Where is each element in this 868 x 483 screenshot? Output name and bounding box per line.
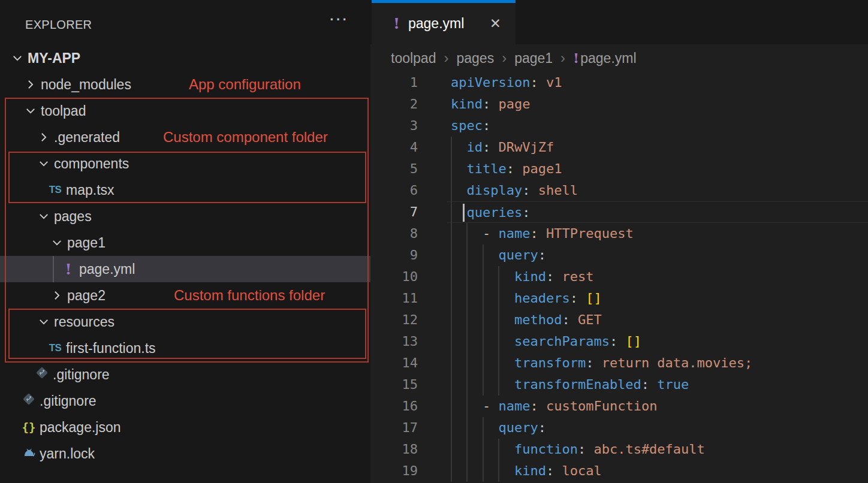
code-line-14[interactable]: 14transform: return data.movies;: [370, 352, 868, 374]
tree-item-map-tsx[interactable]: TSmap.tsx: [0, 177, 370, 203]
line-number: 19: [370, 460, 447, 482]
indent-guide: [466, 266, 482, 288]
code-line-6[interactable]: 6display: shell: [370, 180, 868, 201]
code-line-13[interactable]: 13searchParams: []: [370, 331, 868, 352]
token: query: [498, 420, 538, 435]
indent-guide: [498, 309, 514, 331]
code-line-content[interactable]: function: abc.ts#default: [447, 439, 868, 460]
code-line-content[interactable]: transform: return data.movies;: [447, 352, 868, 374]
code-line-10[interactable]: 10kind: rest: [370, 266, 868, 288]
code-line-content[interactable]: searchParams: []: [447, 331, 868, 352]
code-line-12[interactable]: 12method: GET: [370, 309, 868, 331]
tree-item-label: package.json: [40, 419, 121, 436]
code-line-8[interactable]: 8- name: HTTPrequest: [370, 223, 868, 244]
annotation-text: Custom functions folder: [174, 282, 325, 309]
indent-guide: [483, 439, 498, 460]
code-line-content[interactable]: kind: rest: [447, 266, 868, 288]
code-line-16[interactable]: 16- name: customFunction: [370, 396, 868, 417]
token: spec: [451, 118, 483, 133]
indent-guide: [466, 417, 482, 439]
line-number: 11: [370, 288, 447, 309]
code-line-15[interactable]: 15transformEnabled: true: [370, 374, 868, 396]
code-line-content[interactable]: query:: [447, 417, 868, 439]
token: shell: [538, 183, 578, 198]
code-line-content[interactable]: display: shell: [447, 180, 868, 201]
code-line-18[interactable]: 18function: abc.ts#default: [370, 439, 868, 460]
tree-item-pages[interactable]: pages: [0, 203, 370, 230]
breadcrumb-item-toolpad[interactable]: toolpad: [391, 50, 436, 67]
tree-item-gitignore[interactable]: .gitignore: [0, 361, 370, 388]
code-line-content[interactable]: kind: page: [447, 93, 868, 115]
code-line-content[interactable]: apiVersion: v1: [447, 72, 868, 93]
git-icon: [35, 366, 49, 384]
code-line-content[interactable]: - name: customFunction: [447, 396, 868, 417]
tree-item-package-json[interactable]: {}package.json: [0, 414, 370, 440]
token: :: [641, 377, 658, 392]
indent-guide: [466, 309, 482, 331]
token: :: [530, 399, 546, 413]
code-line-11[interactable]: 11headers: []: [370, 288, 868, 309]
token: kind: [514, 463, 546, 478]
breadcrumb-item-page1[interactable]: page1: [514, 50, 553, 67]
indent-guide: [466, 439, 482, 460]
token: :: [546, 269, 562, 284]
tree-item-node-modules[interactable]: node_modulesApp configuration: [0, 71, 370, 98]
token: []: [586, 291, 602, 306]
indent-guide: [451, 374, 466, 396]
indent-guide: [451, 439, 466, 460]
code-line-content[interactable]: method: GET: [447, 309, 868, 331]
code-line-content[interactable]: title: page1: [447, 158, 868, 180]
tree-item-my-app[interactable]: MY-APP: [0, 45, 370, 71]
code-line-content[interactable]: kind: local: [447, 460, 868, 482]
tab-page-yml[interactable]: ! page.yml ✕: [372, 0, 516, 44]
tree-item-yarn-lock[interactable]: yarn.lock: [0, 440, 370, 467]
code-line-content[interactable]: queries:: [447, 201, 868, 223]
token: -: [483, 226, 499, 241]
yarn-icon: [22, 445, 36, 463]
token: function: [514, 442, 578, 457]
indent-guide: [483, 331, 498, 352]
indent-guide: [498, 352, 514, 374]
close-icon[interactable]: ✕: [490, 16, 501, 32]
tree-item-first-function-ts[interactable]: TSfirst-function.ts: [0, 335, 370, 361]
code-line-19[interactable]: 19kind: local: [370, 460, 868, 482]
code-line-5[interactable]: 5title: page1: [370, 158, 868, 180]
tree-item-page1[interactable]: page1: [0, 230, 370, 256]
code-line-4[interactable]: 4id: DRwVjZf: [370, 137, 868, 158]
tree-item-generated[interactable]: .generatedCustom component folder: [0, 124, 370, 150]
code-line-1[interactable]: 1apiVersion: v1: [370, 72, 868, 93]
tree-item-page2[interactable]: page2Custom functions folder: [0, 282, 370, 309]
tree-item-label: resources: [54, 314, 114, 330]
tree-item-label: .gitignore: [40, 393, 97, 409]
token: name: [498, 399, 530, 413]
more-actions-icon[interactable]: ···: [328, 8, 348, 28]
code-line-3[interactable]: 3spec:: [370, 115, 868, 137]
chevron-down-icon: [36, 156, 52, 171]
code-line-content[interactable]: id: DRwVjZf: [447, 137, 868, 158]
code-line-2[interactable]: 2kind: page: [370, 93, 868, 115]
token: page1: [522, 161, 562, 176]
code-editor[interactable]: 1apiVersion: v12kind: page3spec:4id: DRw…: [370, 72, 868, 482]
indent-guide: [483, 309, 498, 331]
breadcrumb-item-pages[interactable]: pages: [456, 50, 494, 67]
tree-item-resources[interactable]: resources: [0, 309, 370, 335]
tree-item-page-yml[interactable]: !page.yml: [0, 256, 370, 282]
indent-guide: [451, 266, 466, 288]
tree-item-gitignore[interactable]: .gitignore: [0, 388, 370, 414]
code-line-9[interactable]: 9query:: [370, 244, 868, 266]
token: local: [562, 463, 601, 478]
code-line-content[interactable]: spec:: [447, 115, 868, 137]
code-line-content[interactable]: query:: [447, 244, 868, 266]
breadcrumb-item-page-yml[interactable]: !page.yml: [573, 50, 636, 67]
code-line-content[interactable]: headers: []: [447, 288, 868, 309]
code-line-content[interactable]: transformEnabled: true: [447, 374, 868, 396]
indent-guide: [451, 158, 466, 180]
code-line-17[interactable]: 17query:: [370, 417, 868, 439]
code-line-7[interactable]: 7queries:: [370, 201, 868, 223]
line-number: 2: [370, 93, 447, 115]
tree-item-label: map.tsx: [66, 182, 114, 198]
indent-guide: [451, 137, 466, 158]
tree-item-toolpad[interactable]: toolpad: [0, 98, 370, 124]
code-line-content[interactable]: - name: HTTPrequest: [447, 223, 868, 244]
tree-item-components[interactable]: components: [0, 150, 370, 177]
